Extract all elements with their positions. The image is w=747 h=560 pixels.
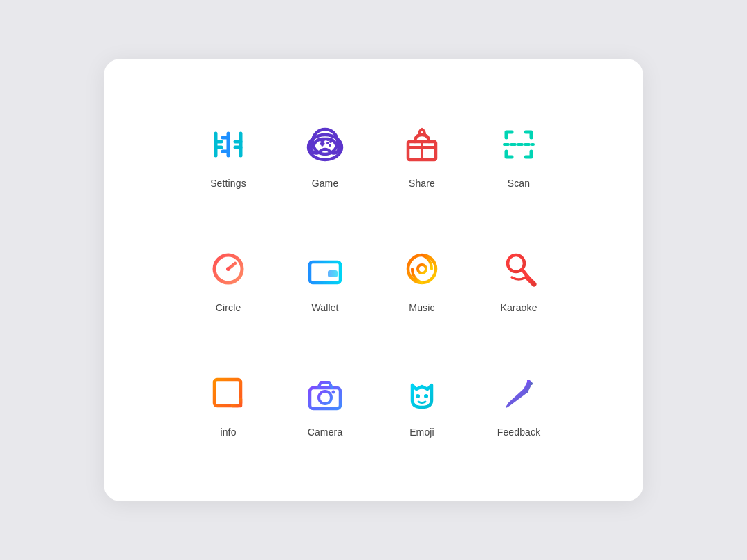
icon-grid: Settings Game	[180, 93, 567, 467]
svg-point-17	[326, 142, 329, 144]
music-item[interactable]: Music	[374, 225, 470, 335]
camera-icon	[303, 371, 347, 416]
main-card: Settings Game	[104, 59, 643, 501]
karaoke-icon	[497, 247, 541, 291]
game-label: Game	[312, 178, 339, 189]
wallet-label: Wallet	[311, 302, 338, 313]
info-item[interactable]: info	[180, 349, 277, 460]
share-item[interactable]: Share	[374, 100, 470, 211]
scan-icon	[497, 122, 541, 167]
svg-point-18	[329, 144, 331, 147]
share-label: Share	[409, 178, 435, 189]
wallet-icon	[303, 247, 347, 291]
emoji-icon	[400, 371, 444, 416]
svg-point-30	[418, 265, 426, 273]
svg-point-40	[319, 391, 331, 404]
camera-label: Camera	[308, 427, 343, 438]
emoji-item[interactable]: Emoji	[374, 349, 470, 460]
camera-item[interactable]: Camera	[277, 349, 374, 460]
scan-item[interactable]: Scan	[470, 100, 567, 211]
emoji-label: Emoji	[409, 427, 434, 438]
info-icon	[206, 371, 250, 416]
game-icon	[303, 122, 347, 167]
circle-icon	[206, 247, 250, 291]
svg-point-43	[424, 394, 428, 398]
settings-item[interactable]: Settings	[180, 100, 277, 211]
music-label: Music	[409, 302, 434, 313]
svg-point-42	[416, 394, 420, 398]
scan-label: Scan	[508, 178, 530, 189]
share-icon	[400, 122, 444, 167]
karaoke-item[interactable]: Karaoke	[470, 225, 567, 335]
karaoke-label: Karaoke	[500, 302, 537, 313]
info-label: info	[220, 427, 236, 438]
wallet-item[interactable]: Wallet	[277, 225, 374, 335]
svg-rect-36	[214, 380, 241, 406]
svg-point-41	[332, 391, 335, 394]
svg-rect-28	[328, 270, 338, 277]
circle-label: Circle	[216, 302, 241, 313]
feedback-item[interactable]: Feedback	[470, 349, 567, 460]
settings-icon	[206, 122, 250, 167]
feedback-label: Feedback	[497, 427, 541, 438]
game-item[interactable]: Game	[277, 100, 374, 211]
svg-line-33	[527, 277, 534, 284]
settings-label: Settings	[210, 178, 246, 189]
svg-point-26	[226, 267, 230, 271]
music-icon	[400, 247, 444, 291]
circle-item[interactable]: Circle	[180, 225, 277, 335]
feedback-icon	[497, 371, 541, 416]
